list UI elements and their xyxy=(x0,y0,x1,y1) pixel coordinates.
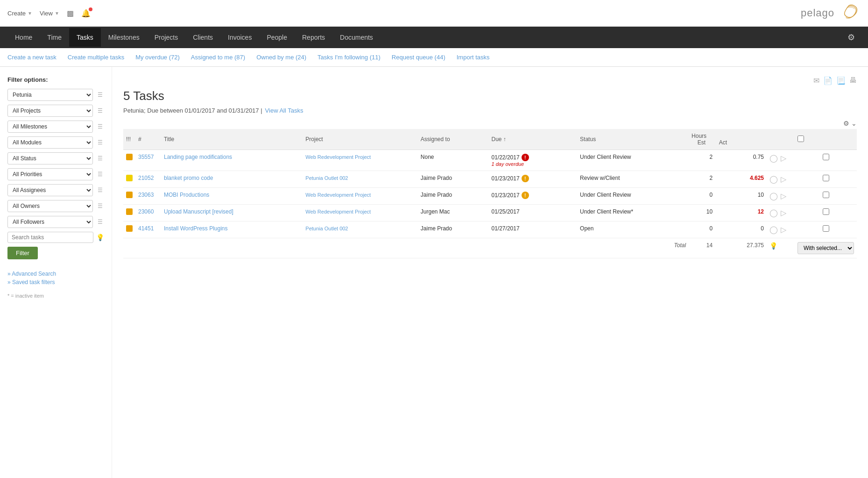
clock-icon[interactable]: ◯ xyxy=(769,154,778,163)
table-settings-icon[interactable]: ⚙ ⌄ xyxy=(843,120,857,127)
task-id-link[interactable]: 35557 xyxy=(138,154,154,160)
list-icon[interactable]: ☰ xyxy=(96,154,104,163)
clock-icon[interactable]: ◯ xyxy=(769,208,778,217)
clock-icon[interactable]: ◯ xyxy=(769,192,778,200)
subnav-following[interactable]: Tasks I'm following (11) xyxy=(312,52,386,63)
subnav-request-queue[interactable]: Request queue (44) xyxy=(386,52,451,63)
filter-select-all-priorities[interactable]: All Priorities xyxy=(7,168,93,180)
filter-row: All Assignees ☰ xyxy=(7,184,104,196)
view-button[interactable]: View ▼ xyxy=(40,10,59,17)
list-icon[interactable]: ☰ xyxy=(96,138,104,147)
nav-item-documents[interactable]: Documents xyxy=(332,28,381,47)
priority-indicator xyxy=(126,192,133,198)
export-row: ✉ 📄 📃 🖶 xyxy=(123,76,857,85)
task-project-cell: Petunia Outlet 002 xyxy=(303,171,417,188)
view-all-link[interactable]: View All Tasks xyxy=(265,107,303,114)
task-title-link[interactable]: Install WordPress Plugins xyxy=(164,225,228,232)
play-icon[interactable]: ▷ xyxy=(781,154,786,163)
saved-filters-link[interactable]: » Saved task filters xyxy=(7,279,104,285)
list-icon[interactable]: ☰ xyxy=(96,91,104,99)
subnav-create-task[interactable]: Create a new task xyxy=(7,52,62,63)
task-id-link[interactable]: 23060 xyxy=(138,208,154,215)
nav-item-home[interactable]: Home xyxy=(7,28,40,47)
task-project-link[interactable]: Web Redevelopment Project xyxy=(305,154,371,160)
email-export-icon[interactable]: ✉ xyxy=(813,76,819,85)
filter-select-all-milestones[interactable]: All Milestones xyxy=(7,121,93,133)
filter-select-all-status[interactable]: All Status xyxy=(7,152,93,164)
list-icon[interactable]: ☰ xyxy=(96,186,104,194)
advanced-search-link[interactable]: » Advanced Search xyxy=(7,271,104,277)
task-project-link[interactable]: Petunia Outlet 002 xyxy=(305,226,348,231)
list-icon[interactable]: ☰ xyxy=(96,122,104,131)
with-selected-dropdown[interactable]: With selected... Change Status Change Pr… xyxy=(797,242,854,254)
task-title-link[interactable]: Landing page modifications xyxy=(164,154,232,160)
subnav-my-overdue[interactable]: My overdue (72) xyxy=(130,52,185,63)
task-checkbox[interactable] xyxy=(823,208,829,215)
list-icon[interactable]: ☰ xyxy=(96,107,104,115)
nav-item-people[interactable]: People xyxy=(259,28,295,47)
filter-select-all-modules[interactable]: All Modules xyxy=(7,136,93,149)
task-checkbox[interactable] xyxy=(823,192,829,198)
task-id-link[interactable]: 21052 xyxy=(138,175,154,181)
nav-item-tasks[interactable]: Tasks xyxy=(69,28,101,47)
list-icon[interactable]: ☰ xyxy=(96,218,104,226)
task-project-link[interactable]: Petunia Outlet 002 xyxy=(305,175,348,181)
task-id-link[interactable]: 41451 xyxy=(138,225,154,232)
tasks-table: !!! # Title Project Assigned to Due ↑ St… xyxy=(123,129,857,258)
notification-icon[interactable]: 🔔 xyxy=(81,9,91,18)
col-header-status: Status xyxy=(577,129,689,150)
print-icon[interactable]: 🖶 xyxy=(849,76,857,85)
filter-select-petunia[interactable]: Petunia xyxy=(7,89,93,101)
subnav-import[interactable]: Import tasks xyxy=(451,52,495,63)
task-act-cell: 0.75 xyxy=(715,150,767,171)
list-icon[interactable]: ☰ xyxy=(96,202,104,210)
clock-icon[interactable]: ◯ xyxy=(769,175,778,184)
pdf-export-icon[interactable]: 📃 xyxy=(836,76,846,85)
filter-select-all-owners[interactable]: All Owners xyxy=(7,200,93,212)
subnav-owned-by-me[interactable]: Owned by me (24) xyxy=(251,52,312,63)
col-header-hours: Hours Est Act xyxy=(689,129,767,150)
create-button[interactable]: Create ▼ xyxy=(7,10,32,17)
task-title-link[interactable]: Upload Manuscript [revised] xyxy=(164,208,233,215)
list-icon[interactable]: ☰ xyxy=(96,170,104,178)
nav-item-projects[interactable]: Projects xyxy=(147,28,186,47)
filter-select-all-assignees[interactable]: All Assignees xyxy=(7,184,93,196)
task-title-link[interactable]: MOBI Productions xyxy=(164,192,209,198)
task-assigned-cell: Jaime Prado xyxy=(418,171,489,188)
nav-item-reports[interactable]: Reports xyxy=(295,28,332,47)
filter-select-all-followers[interactable]: All Followers xyxy=(7,216,93,228)
play-icon[interactable]: ▷ xyxy=(781,175,786,184)
play-icon[interactable]: ▷ xyxy=(781,192,786,200)
monitor-icon[interactable]: ▩ xyxy=(67,9,74,18)
task-due-cell: 01/22/2017!1 day overdue xyxy=(489,150,578,171)
nav-item-clients[interactable]: Clients xyxy=(185,28,220,47)
play-icon[interactable]: ▷ xyxy=(781,208,786,217)
filter-button[interactable]: Filter xyxy=(7,247,38,259)
bulb-icon: 💡 xyxy=(96,234,104,241)
task-checkbox[interactable] xyxy=(823,225,829,232)
nav-item-time[interactable]: Time xyxy=(40,28,69,47)
task-project-link[interactable]: Web Redevelopment Project xyxy=(305,209,371,214)
task-checkbox[interactable] xyxy=(823,154,829,160)
nav-item-invoices[interactable]: Invoices xyxy=(220,28,259,47)
task-checkbox[interactable] xyxy=(823,175,829,181)
inactive-note: * = inactive item xyxy=(7,293,104,299)
task-id-cell: 23060 xyxy=(135,205,161,221)
play-icon[interactable]: ▷ xyxy=(781,225,786,234)
search-input[interactable] xyxy=(7,232,93,243)
filter-select-all-projects[interactable]: All Projects xyxy=(7,105,93,117)
task-due-cell: 01/27/2017 xyxy=(489,221,578,238)
csv-export-icon[interactable]: 📄 xyxy=(823,76,833,85)
clock-icon[interactable]: ◯ xyxy=(769,225,778,234)
nav-item-milestones[interactable]: Milestones xyxy=(101,28,147,47)
select-all-checkbox[interactable] xyxy=(797,136,804,142)
task-project-link[interactable]: Web Redevelopment Project xyxy=(305,192,371,198)
subnav-create-multiple[interactable]: Create multiple tasks xyxy=(62,52,130,63)
task-id-link[interactable]: 23063 xyxy=(138,192,154,198)
settings-icon[interactable]: ⚙ xyxy=(842,27,861,48)
col-header-due[interactable]: Due ↑ xyxy=(489,129,578,150)
task-title-link[interactable]: blanket promo code xyxy=(164,175,213,181)
col-header-priority: !!! xyxy=(123,129,135,150)
subnav-assigned-to-me[interactable]: Assigned to me (87) xyxy=(185,52,251,63)
table-row: 23060 Upload Manuscript [revised] Web Re… xyxy=(123,205,857,221)
